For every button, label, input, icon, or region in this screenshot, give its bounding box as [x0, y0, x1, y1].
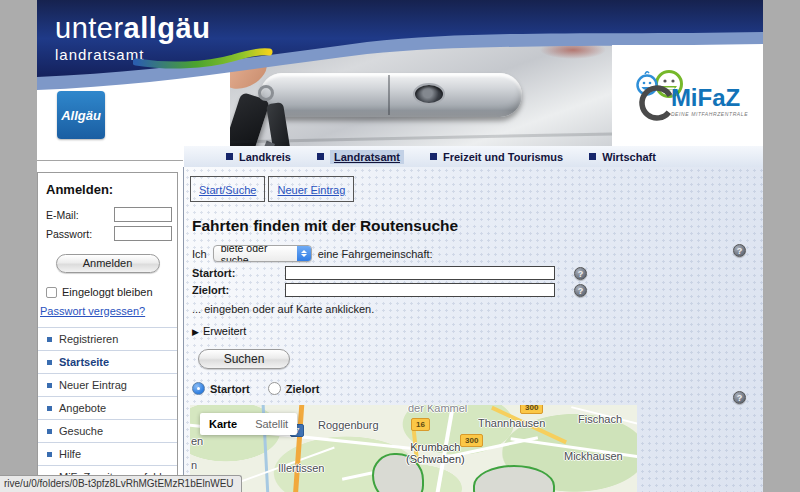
nav-label: Landkreis	[239, 151, 291, 163]
password-label: Passwort:	[46, 228, 92, 240]
mode-select-value: biete oder suche	[214, 245, 297, 262]
triangle-right-icon: ▶	[192, 327, 199, 337]
map-label: der Kammel	[408, 405, 467, 414]
sidebar-item-registrieren[interactable]: Registrieren	[38, 327, 177, 350]
menu-label: Hilfe	[59, 448, 81, 460]
radio-startort[interactable]: Startort	[192, 382, 250, 395]
nav-bullet-icon	[317, 153, 324, 160]
nav-item-freizeit-tourismus[interactable]: Freizeit und Tourismus	[430, 151, 563, 163]
radio-startort-label: Startort	[210, 383, 250, 395]
menu-bullet-icon	[47, 452, 52, 457]
mode-select[interactable]: biete oder suche	[213, 245, 312, 262]
map-type-satellit-button[interactable]: Satellit	[246, 413, 297, 435]
map-label: en	[191, 435, 203, 447]
search-button[interactable]: Suchen	[198, 349, 290, 369]
sidebar-menu: Registrieren Startseite Neuer Eintrag An…	[38, 327, 177, 492]
site-logo-line1: unterallgäu	[55, 12, 210, 45]
start-label: Startort:	[192, 267, 285, 279]
logo-text-bold: allgäu	[124, 12, 211, 44]
advanced-label: Erweitert	[203, 325, 246, 337]
select-stepper-icon	[297, 245, 311, 262]
menu-bullet-icon	[47, 383, 52, 388]
nav-item-landratsamt[interactable]: Landratsamt	[317, 150, 404, 164]
radio-selected-icon[interactable]	[192, 382, 205, 395]
help-icon[interactable]: ?	[574, 267, 587, 280]
email-label: E-Mail:	[46, 209, 79, 221]
allgaeu-badge-label: Allgäu	[61, 108, 101, 123]
mifaz-textcol: MiFaZ DEINE MITFAHRZENTRALE	[671, 87, 748, 117]
map-label: Roggenburg	[318, 419, 379, 431]
forgot-password-link[interactable]: Passwort vergessen?	[40, 305, 145, 317]
sidebar-item-angebote[interactable]: Angebote	[38, 396, 177, 419]
stay-logged-in-label: Eingeloggt bleiben	[62, 286, 153, 298]
nav-label: Landratsamt	[330, 150, 404, 164]
map-type-karte-button[interactable]: Karte	[200, 413, 246, 435]
nav-bullet-icon	[226, 153, 233, 160]
menu-label: Angebote	[59, 402, 106, 414]
mifaz-name: MiFaZ	[671, 87, 748, 109]
nav-label: Wirtschaft	[602, 151, 656, 163]
mode-select-row: Ich biete oder suche eine Fahrgemeinscha…	[192, 245, 433, 262]
nav-item-landkreis[interactable]: Landkreis	[226, 151, 291, 163]
ziel-input[interactable]	[285, 283, 555, 297]
sidebar-item-startseite[interactable]: Startseite	[38, 350, 177, 373]
mifaz-tagline: DEINE MITFAHRZENTRALE	[671, 111, 748, 117]
map-label: Krumbach(Schwaben)	[406, 442, 465, 465]
tab-neuer-eintrag[interactable]: Neuer Eintrag	[268, 176, 354, 202]
map-label: Fischach	[578, 413, 622, 425]
content-tabs: Start/Suche Neuer Eintrag	[190, 176, 354, 202]
main-navbar: Landkreis Landratsamt Freizeit und Touri…	[184, 146, 763, 167]
help-icon[interactable]: ?	[733, 391, 746, 404]
route-badge: 16	[411, 418, 430, 431]
tab-start-suche-link[interactable]: Start/Suche	[199, 184, 256, 196]
stay-logged-in-checkbox[interactable]	[46, 287, 57, 298]
mifaz-logo-inner: MiFaZ DEINE MITFAHRZENTRALE	[627, 69, 748, 123]
nav-bullet-icon	[430, 153, 437, 160]
map-mode-radios: Startort Zielort	[192, 382, 319, 395]
sidebar: Anmelden: E-Mail: Passwort: Anmelden Ein…	[37, 167, 183, 492]
tab-start-suche[interactable]: Start/Suche	[190, 176, 265, 202]
menu-bullet-icon	[47, 406, 52, 411]
sidebar-item-gesuche[interactable]: Gesuche	[38, 419, 177, 442]
help-icon[interactable]: ?	[574, 284, 587, 297]
sidebar-divider	[37, 160, 183, 161]
map-hint-text: ... eingeben oder auf Karte anklicken.	[192, 303, 374, 315]
allgaeu-badge[interactable]: Allgäu	[57, 91, 105, 139]
menu-bullet-icon	[47, 337, 52, 342]
menu-bullet-icon	[47, 360, 52, 365]
sentence-suffix: eine Fahrgemeinschaft:	[318, 248, 433, 260]
email-row: E-Mail:	[46, 207, 172, 222]
logo-swoosh-icon	[133, 46, 273, 70]
map-label: Illertissen	[278, 462, 324, 474]
menu-bullet-icon	[47, 429, 52, 434]
page: unterallgäu landratsamt Allgäu	[37, 0, 763, 492]
start-input[interactable]	[285, 266, 555, 280]
radio-unselected-icon[interactable]	[268, 382, 281, 395]
sidebar-item-hilfe[interactable]: Hilfe	[38, 442, 177, 465]
main-content: Start/Suche Neuer Eintrag Fahrten finden…	[184, 167, 763, 492]
map-label: Mickhausen	[564, 450, 623, 462]
email-field[interactable]	[114, 207, 172, 222]
map-wrap: der Kammel Roggenburg Thannhausen Fischa…	[190, 405, 637, 492]
mifaz-logo[interactable]: MiFaZ DEINE MITFAHRZENTRALE	[612, 45, 763, 146]
password-field[interactable]	[114, 226, 172, 241]
ziel-row: Zielort:	[192, 283, 555, 297]
map-type-control: Karte Satellit	[200, 413, 297, 435]
help-icon[interactable]: ?	[733, 244, 746, 257]
nav-label: Freizeit und Tourismus	[443, 151, 563, 163]
sidebar-item-neuer-eintrag[interactable]: Neuer Eintrag	[38, 373, 177, 396]
route-badge: 300	[520, 405, 543, 414]
tab-neuer-eintrag-link[interactable]: Neuer Eintrag	[277, 184, 345, 196]
nav-item-wirtschaft[interactable]: Wirtschaft	[589, 151, 656, 163]
password-row: Passwort:	[46, 226, 172, 241]
advanced-toggle[interactable]: ▶Erweitert	[192, 325, 246, 337]
login-title: Anmelden:	[46, 182, 177, 197]
map-canvas[interactable]: der Kammel Roggenburg Thannhausen Fischa…	[190, 405, 637, 492]
menu-label: Registrieren	[59, 333, 118, 345]
logo-text-light: unter	[55, 12, 124, 44]
map-label: n	[191, 459, 197, 471]
login-button[interactable]: Anmelden	[56, 254, 160, 273]
district-boundary	[473, 465, 555, 492]
radio-zielort[interactable]: Zielort	[268, 382, 320, 395]
menu-label: Neuer Eintrag	[59, 379, 127, 391]
